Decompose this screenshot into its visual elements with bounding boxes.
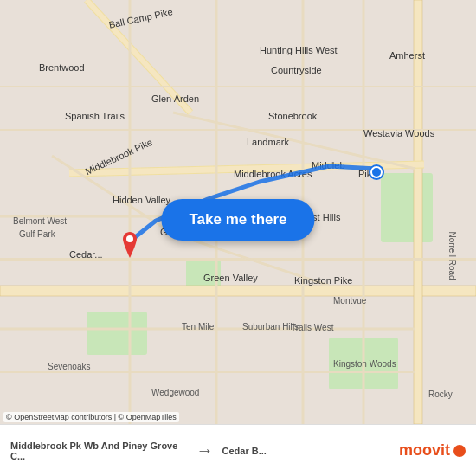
bottom-bar: Middlebrook Pk Wb And Piney Grove C... →… (0, 424, 476, 476)
map-container: Ball Camp Pike Brentwood Glen Arden Hunt… (0, 0, 476, 424)
route-to: Cedar B... (222, 446, 400, 456)
moovit-text: moovit (399, 441, 450, 460)
svg-point-24 (126, 235, 133, 242)
map-attribution: © OpenStreetMap contributors | © OpenMap… (3, 412, 179, 422)
route-from: Middlebrook Pk Wb And Piney Grove C... (10, 441, 188, 461)
moovit-logo: moovit (399, 441, 466, 460)
moovit-dot (453, 445, 466, 457)
from-label: Middlebrook Pk Wb And Piney Grove C... (10, 441, 188, 461)
to-label: Cedar B... (222, 446, 267, 456)
route-arrow: → (188, 441, 222, 460)
take-me-there-button[interactable]: Take me there (161, 199, 314, 241)
destination-marker (119, 232, 140, 258)
origin-marker (370, 166, 383, 178)
